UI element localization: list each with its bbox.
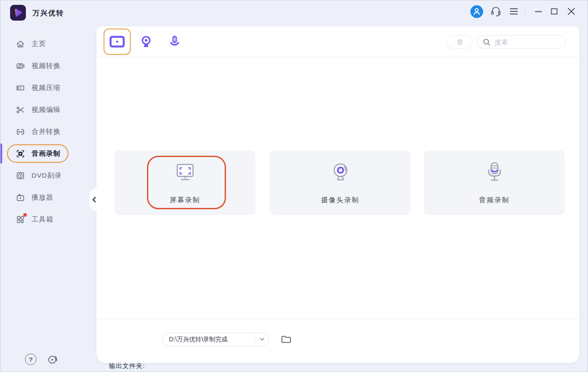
- card-label: 音频录制: [424, 196, 565, 205]
- screen-record-icon: [109, 36, 125, 48]
- sidebar: 主页 视频转换 视频压缩 视: [0, 26, 97, 372]
- folder-icon: [281, 335, 291, 343]
- sidebar-item-label: 音画录制: [32, 149, 61, 158]
- search-box: [477, 35, 566, 49]
- webcam-record-icon: [140, 35, 152, 48]
- question-mark-icon: ?: [29, 356, 32, 363]
- sidebar-item-label: 播放器: [32, 193, 54, 202]
- sidebar-item-dvd-burn[interactable]: DVD刻录: [0, 165, 97, 186]
- toolbox-icon: [16, 215, 25, 224]
- home-icon: [16, 39, 25, 49]
- sidebar-item-label: 视频编辑: [32, 105, 61, 114]
- menu-icon[interactable]: [509, 7, 519, 16]
- card-label: 摄像头录制: [270, 196, 411, 205]
- minimize-button[interactable]: [534, 7, 543, 16]
- sidebar-item-label: 合并转换: [32, 127, 61, 136]
- maximize-button[interactable]: [549, 7, 559, 16]
- app-logo-icon: [10, 4, 26, 21]
- search-input[interactable]: [495, 39, 560, 46]
- chevron-left-icon: [92, 197, 96, 203]
- video-convert-icon: [16, 61, 25, 71]
- sidebar-item-label: 工具箱: [32, 215, 54, 224]
- sidebar-item-video-edit[interactable]: 视频编辑: [0, 99, 97, 121]
- titlebar-divider: [524, 7, 525, 16]
- output-folder-path: D:\万兴优转\录制完成: [163, 336, 255, 343]
- sidebar-item-merge-convert[interactable]: 合并转换: [0, 121, 97, 143]
- clear-list-button[interactable]: [447, 35, 473, 49]
- sidebar-item-video-compress[interactable]: 视频压缩: [0, 77, 97, 99]
- video-tutorial-button[interactable]: [46, 353, 59, 366]
- sidebar-item-label: 主页: [32, 39, 46, 49]
- player-icon: [16, 193, 25, 202]
- microphone-icon: [424, 160, 565, 185]
- sidebar-item-record[interactable]: 音画录制: [0, 143, 97, 165]
- close-button[interactable]: [566, 6, 577, 17]
- scissors-icon: [16, 105, 25, 114]
- footer-divider: [97, 319, 579, 319]
- notification-badge: [23, 213, 27, 217]
- output-folder-label: 输出文件夹:: [109, 362, 145, 370]
- trash-icon: [455, 38, 464, 46]
- sidebar-item-toolbox[interactable]: 工具箱: [0, 208, 97, 230]
- card-webcam-record[interactable]: 摄像头录制: [270, 150, 411, 215]
- video-compress-icon: [16, 83, 25, 93]
- video-tutorial-icon: [47, 353, 59, 365]
- headset-icon[interactable]: [490, 5, 502, 18]
- help-button[interactable]: ?: [25, 354, 36, 365]
- sidebar-item-label: DVD刻录: [32, 171, 62, 180]
- audio-record-icon: [169, 35, 181, 48]
- titlebar: 万兴优转: [0, 0, 588, 26]
- user-avatar[interactable]: [470, 5, 483, 18]
- main-panel: 屏幕录制 摄像头录制 音频录制 输出文件夹:: [97, 26, 579, 363]
- record-type-toolbar: [97, 26, 579, 57]
- tab-webcam-record[interactable]: [133, 29, 160, 55]
- sidebar-item-home[interactable]: 主页: [0, 33, 97, 55]
- search-icon: [483, 38, 491, 46]
- card-label: 屏幕录制: [115, 196, 255, 205]
- sidebar-item-label: 视频转换: [32, 61, 61, 71]
- screen-monitor-icon: [115, 160, 255, 185]
- sidebar-item-video-convert[interactable]: 视频转换: [0, 55, 97, 77]
- sidebar-item-label: 视频压缩: [32, 83, 61, 93]
- tab-screen-record[interactable]: [104, 29, 131, 55]
- output-folder-select[interactable]: D:\万兴优转\录制完成: [162, 333, 269, 346]
- card-audio-record[interactable]: 音频录制: [424, 150, 565, 215]
- active-indicator: [0, 143, 2, 164]
- dvd-icon: [16, 171, 25, 180]
- record-icon: [16, 149, 25, 158]
- webcam-icon: [270, 160, 411, 185]
- tab-audio-record[interactable]: [161, 29, 188, 55]
- card-screen-record[interactable]: 屏幕录制: [115, 150, 255, 215]
- sidebar-item-player[interactable]: 播放器: [0, 186, 97, 208]
- merge-icon: [16, 127, 25, 136]
- chevron-down-icon: [260, 338, 265, 341]
- open-folder-button[interactable]: [280, 334, 292, 344]
- app-title: 万兴优转: [32, 9, 64, 18]
- dropdown-toggle[interactable]: [255, 333, 269, 346]
- sidebar-collapse-handle[interactable]: [89, 188, 105, 211]
